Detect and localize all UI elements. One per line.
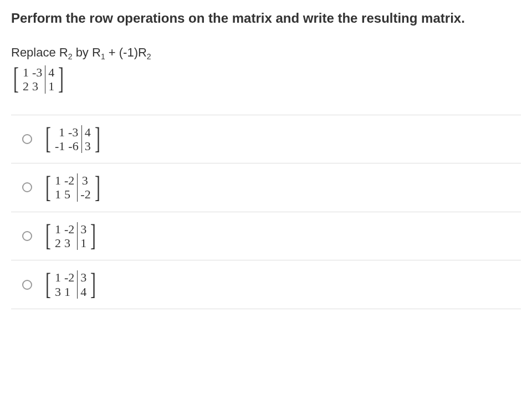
instr-mid2: + (-1)R xyxy=(105,45,147,59)
o1-r2aug: 3 xyxy=(83,139,93,153)
m-r1aug: 4 xyxy=(47,65,56,79)
options-list: [ 1 -3 -1 -6 4 3 xyxy=(11,115,521,309)
o2-r2aug: -2 xyxy=(79,187,92,201)
radio-option-2[interactable] xyxy=(22,182,32,192)
bracket-right: ] xyxy=(95,175,100,201)
o1-r1c1: 1 xyxy=(53,125,66,139)
o3-r2aug: 1 xyxy=(79,236,88,250)
o4-r2c1: 3 xyxy=(53,285,63,299)
o4-r1c1: 1 xyxy=(53,270,63,284)
m-r2c2: 3 xyxy=(30,79,40,93)
bracket-right: ] xyxy=(58,66,64,92)
instr-sub2: 1 xyxy=(101,52,105,61)
o2-r2c2: 5 xyxy=(63,187,72,201)
o1-r1aug: 4 xyxy=(83,125,93,139)
bracket-right: ] xyxy=(90,223,96,249)
o4-r2aug: 4 xyxy=(79,285,88,299)
o4-r1aug: 3 xyxy=(79,270,88,284)
m-r1c2: -3 xyxy=(30,65,44,79)
instr-pre: Replace R xyxy=(11,45,68,59)
option-1-matrix: [ 1 -3 -1 -6 4 3 xyxy=(43,125,103,153)
radio-option-1[interactable] xyxy=(22,134,32,144)
instr-sub3: 2 xyxy=(147,52,151,61)
o1-r1c2: -3 xyxy=(66,125,80,139)
bracket-right: ] xyxy=(95,126,100,152)
bracket-right: ] xyxy=(90,272,96,298)
given-matrix: [ 1 -3 2 3 4 1 ] xyxy=(11,65,66,94)
instr-mid1: by R xyxy=(73,45,101,59)
m-r2aug: 1 xyxy=(47,79,56,93)
option-4: [ 1 -2 3 1 3 4 xyxy=(11,260,521,309)
o3-r1c1: 1 xyxy=(53,222,63,236)
option-3: [ 1 -2 2 3 3 1 xyxy=(11,212,521,260)
instruction-text: Replace R2 by R1 + (-1)R2 xyxy=(11,45,521,61)
bracket-left: [ xyxy=(45,223,51,249)
question-title: Perform the row operations on the matrix… xyxy=(11,9,521,28)
o4-r2c2: 1 xyxy=(63,285,72,299)
o1-r2c1: -1 xyxy=(53,139,66,153)
radio-option-3[interactable] xyxy=(22,231,32,241)
o3-r1aug: 3 xyxy=(79,222,88,236)
m-r1c1: 1 xyxy=(21,65,30,79)
option-4-matrix: [ 1 -2 3 1 3 4 xyxy=(43,270,98,299)
bracket-left: [ xyxy=(13,66,19,92)
instr-sub1: 2 xyxy=(68,52,73,61)
option-3-matrix: [ 1 -2 2 3 3 1 xyxy=(43,222,98,250)
o1-r2c2: -6 xyxy=(66,139,80,153)
o2-r1c2: -2 xyxy=(63,173,76,187)
o2-r1aug: 3 xyxy=(79,173,91,187)
bracket-left: [ xyxy=(45,175,51,201)
m-r2c1: 2 xyxy=(21,79,30,93)
option-1: [ 1 -3 -1 -6 4 3 xyxy=(11,115,521,163)
option-2-matrix: [ 1 -2 1 5 3 -2 xyxy=(43,173,103,202)
o4-r1c2: -2 xyxy=(63,270,76,284)
option-2: [ 1 -2 1 5 3 -2 xyxy=(11,163,521,212)
o3-r2c1: 2 xyxy=(53,236,63,250)
o3-r1c2: -2 xyxy=(63,222,76,236)
radio-option-4[interactable] xyxy=(22,280,32,290)
bracket-left: [ xyxy=(45,126,51,152)
o2-r2c1: 1 xyxy=(53,187,63,201)
o3-r2c2: 3 xyxy=(63,236,72,250)
bracket-left: [ xyxy=(45,272,51,298)
o2-r1c1: 1 xyxy=(53,173,63,187)
